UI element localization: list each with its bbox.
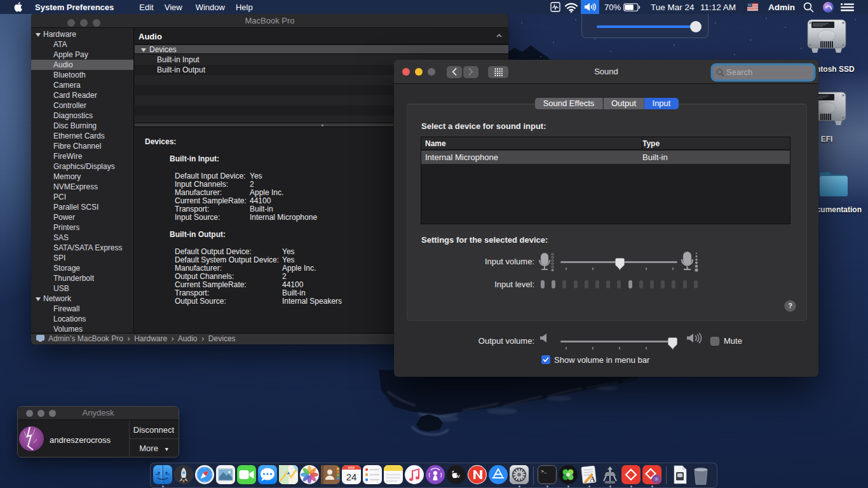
svg-text:24: 24 <box>346 471 357 482</box>
svg-text:tv: tv <box>455 472 460 479</box>
svg-text:>_: >_ <box>541 468 547 474</box>
svg-text:MAR: MAR <box>348 466 355 470</box>
